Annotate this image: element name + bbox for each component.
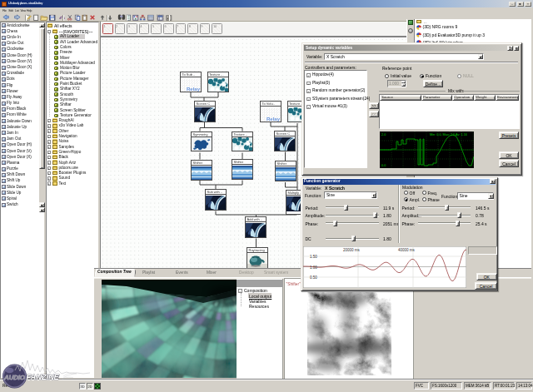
svg-text:1.00: 1.00: [310, 265, 317, 269]
svg-text:2.0: 2.0: [381, 133, 386, 136]
svg-text:AUDIO: AUDIO: [3, 374, 26, 381]
svg-text:0.50: 0.50: [310, 275, 317, 280]
svg-text:Min: 0.0, Max: 2.0 Av: 1.16: Min: 0.0, Max: 2.0 Av: 1.16: [430, 133, 467, 136]
svg-text:1.50: 1.50: [310, 255, 317, 259]
svg-text:20000 ms: 20000 ms: [343, 247, 361, 251]
svg-text:0.0: 0.0: [381, 164, 386, 167]
svg-text:FANZINE: FANZINE: [27, 372, 60, 381]
svg-text:40000 ms: 40000 ms: [398, 247, 416, 251]
